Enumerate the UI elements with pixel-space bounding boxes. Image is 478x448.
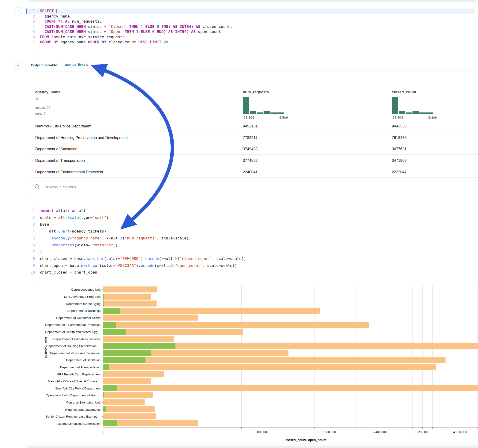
table-row[interactable]: Department of Housing Preservation and D… bbox=[31, 132, 478, 143]
column-header-closed_count[interactable]: closed_count bbox=[392, 90, 416, 94]
chart-bar-closed[interactable] bbox=[103, 294, 151, 300]
chart-bar-closed[interactable] bbox=[103, 357, 446, 363]
chart-bar-open[interactable] bbox=[103, 364, 109, 370]
code-line[interactable]: 5 .encode(y="agency_name", x=alt.X("num_… bbox=[26, 236, 478, 243]
chart-gridline bbox=[299, 286, 299, 427]
line-number: 6 bbox=[26, 243, 35, 247]
chart-bar-open[interactable] bbox=[103, 343, 176, 349]
chart-bar-closed[interactable] bbox=[103, 315, 198, 321]
column-header-num_requests[interactable]: num_requests bbox=[243, 90, 269, 94]
y-axis-label: Department for the Aging bbox=[26, 302, 101, 305]
chart-bar-closed[interactable] bbox=[103, 308, 320, 314]
chart-bar-closed[interactable] bbox=[103, 392, 153, 398]
table-header: agency_namestrunique: 20nulls: 0num_requ… bbox=[31, 77, 478, 120]
python-cell: 1import altair as alt2scale = alt.Scale(… bbox=[26, 201, 478, 445]
histogram-min-label: 53,304 bbox=[244, 115, 254, 119]
histogram-bar bbox=[413, 111, 419, 114]
chart-bar-closed[interactable] bbox=[103, 385, 478, 391]
table-cell: Department of Housing Preservation and D… bbox=[35, 135, 128, 140]
line-number: 6 bbox=[26, 35, 35, 39]
line-number: 9 bbox=[26, 264, 35, 268]
chart-gridline bbox=[282, 286, 282, 427]
chart-bar-closed[interactable] bbox=[103, 300, 157, 306]
chart-bar-closed[interactable] bbox=[103, 336, 174, 342]
code-line[interactable]: 9chart_open = base.mark_bar(color="#8BC3… bbox=[26, 263, 478, 270]
table-cell: 3471908 bbox=[392, 158, 407, 163]
table-row[interactable]: Department of Environmental Protection22… bbox=[31, 166, 478, 178]
x-axis-tick-label: 3,200,000 bbox=[415, 430, 429, 434]
table-cell: 9443533 bbox=[392, 124, 407, 128]
chart-bar-open[interactable] bbox=[103, 350, 151, 356]
code-line[interactable]: 8chart_closed = base.mark_bar(color="#FF… bbox=[26, 256, 478, 263]
chart-bar-closed[interactable] bbox=[103, 286, 157, 292]
histogram-max-label: 9.4e6 bbox=[428, 115, 437, 119]
chart-bar-closed[interactable] bbox=[103, 413, 156, 419]
y-axis-label: Taxi and Limousine Commission bbox=[26, 422, 101, 425]
chart-bar-open[interactable] bbox=[103, 294, 104, 300]
output-variable-pill[interactable]: agency_tickets bbox=[63, 62, 90, 67]
code-line[interactable]: 10chart_closed + chart_open bbox=[26, 270, 478, 277]
chart-bar-closed[interactable] bbox=[103, 420, 198, 426]
chart-bar-open[interactable] bbox=[103, 300, 104, 306]
table-row[interactable]: Department of Transportation377489234719… bbox=[31, 154, 478, 166]
add-cell-button-middle[interactable]: + bbox=[14, 62, 22, 70]
chart-gridline bbox=[343, 286, 343, 427]
chart-bar-open[interactable] bbox=[103, 385, 117, 391]
x-axis-tick-label: 1,600,000 bbox=[322, 430, 336, 434]
code-line[interactable]: 1import altair as alt bbox=[26, 208, 478, 215]
code-line[interactable]: 2scale = alt.Scale(type="sqrt") bbox=[26, 215, 478, 222]
table-row[interactable]: New York City Police Department945313194… bbox=[31, 120, 478, 132]
code-line[interactable]: 7) bbox=[26, 249, 478, 256]
code-line[interactable]: 2 agency_name, bbox=[26, 14, 476, 19]
chart-bar-open[interactable] bbox=[103, 357, 145, 363]
chart-bar-closed[interactable] bbox=[103, 399, 145, 405]
fold-chevron-icon[interactable]: ⌄ bbox=[36, 10, 38, 13]
histogram-bar bbox=[399, 111, 405, 114]
x-axis-line bbox=[103, 427, 478, 428]
fold-chevron-icon[interactable]: ⌄ bbox=[36, 223, 38, 226]
code-line[interactable]: 6FROM sample_data.nyc.service_requests bbox=[26, 35, 476, 40]
chart-bar-closed[interactable] bbox=[103, 406, 155, 412]
code-line[interactable]: 4 CAST(SUM(CASE WHEN status = 'Closed' T… bbox=[26, 24, 476, 30]
histogram-bar bbox=[419, 112, 426, 114]
histogram-bar bbox=[257, 112, 263, 114]
output-variable-row: Output variable: agency_tickets bbox=[26, 60, 476, 71]
chart-gridline bbox=[263, 286, 263, 427]
code-line[interactable]: 3⌄base = ( bbox=[26, 222, 478, 229]
chart-bar-open[interactable] bbox=[103, 392, 104, 398]
chart-bar-closed[interactable] bbox=[103, 378, 151, 384]
chart-bar-open[interactable] bbox=[103, 329, 126, 335]
line-number: 10 bbox=[26, 270, 35, 274]
y-axis-label: Operations Unit - Department of Hom… bbox=[26, 394, 101, 397]
chart-gridline bbox=[451, 286, 451, 427]
y-axis-label: Department of Health and Mental Hyg… bbox=[26, 330, 101, 333]
code-line[interactable]: 7GROUP BY agency_name ORDER BY closed_co… bbox=[26, 40, 476, 45]
chart-bar-open[interactable] bbox=[103, 420, 117, 426]
x-axis-tick-label: 2,400,000 bbox=[373, 430, 387, 434]
histogram-bar bbox=[406, 112, 412, 114]
code-line[interactable]: 5 CAST(SUM(CASE WHEN status = 'Open' THE… bbox=[26, 29, 476, 35]
chart-bar-open[interactable] bbox=[103, 308, 120, 314]
add-cell-button-top[interactable]: + bbox=[14, 7, 22, 15]
code-line[interactable]: 1⌄SELECT bbox=[26, 8, 476, 14]
line-number: 3 bbox=[26, 222, 35, 227]
column-header-agency_name[interactable]: agency_name bbox=[35, 90, 60, 94]
search-icon[interactable] bbox=[35, 184, 39, 188]
chart-bar-open[interactable] bbox=[103, 322, 116, 328]
code-line[interactable]: 3 COUNT(*) AS num_requests, bbox=[26, 19, 476, 24]
y-axis-label: Department of Housing Preservation … bbox=[26, 344, 101, 348]
chart-bar-closed[interactable] bbox=[103, 322, 369, 328]
y-axis-label: Department of Homeless Services bbox=[26, 337, 101, 341]
y-axis-label: Department of Environmental Protection bbox=[26, 323, 101, 327]
x-axis-title: closed_count, open_count bbox=[285, 438, 326, 442]
table-row[interactable]: Department of Sanitation37494853677651 bbox=[31, 143, 478, 155]
code-line[interactable]: 4 alt.Chart(agency_tickets) bbox=[26, 229, 478, 236]
chart-bar-closed[interactable] bbox=[103, 371, 164, 377]
chart-gridline bbox=[412, 286, 413, 427]
histogram-bar bbox=[264, 111, 270, 114]
chart-bar-open[interactable] bbox=[103, 406, 106, 412]
chart-bar-closed[interactable] bbox=[103, 364, 436, 370]
python-editor[interactable]: 1import altair as alt2scale = alt.Scale(… bbox=[26, 201, 478, 284]
code-line[interactable]: 6 .properties(width="container") bbox=[26, 243, 478, 249]
sql-editor[interactable]: 1⌄SELECT 2 agency_name,3 COUNT(*) AS num… bbox=[26, 7, 476, 60]
